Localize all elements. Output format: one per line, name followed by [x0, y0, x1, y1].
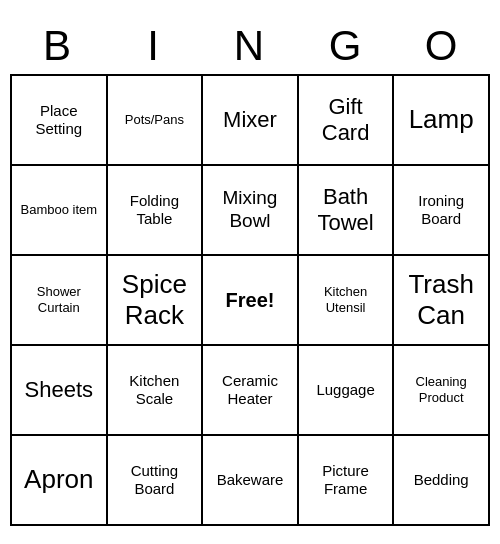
bingo-header: B I N G O [10, 18, 490, 74]
cell-r4-c1: Cutting Board [108, 436, 204, 526]
cell-r3-c4: Cleaning Product [394, 346, 490, 436]
cell-r0-c2: Mixer [203, 76, 299, 166]
header-b: B [10, 18, 106, 74]
cell-r1-c2: Mixing Bowl [203, 166, 299, 256]
cell-r1-c1: Folding Table [108, 166, 204, 256]
cell-r1-c4: Ironing Board [394, 166, 490, 256]
header-i: I [106, 18, 202, 74]
cell-r4-c2: Bakeware [203, 436, 299, 526]
cell-r1-c0: Bamboo item [12, 166, 108, 256]
cell-r0-c3: Gift Card [299, 76, 395, 166]
cell-r3-c2: Ceramic Heater [203, 346, 299, 436]
header-o: O [394, 18, 490, 74]
header-n: N [202, 18, 298, 74]
cell-r0-c4: Lamp [394, 76, 490, 166]
cell-r4-c0: Apron [12, 436, 108, 526]
cell-r0-c0: Place Setting [12, 76, 108, 166]
cell-r4-c4: Bedding [394, 436, 490, 526]
cell-r2-c1: Spice Rack [108, 256, 204, 346]
cell-r2-c2: Free! [203, 256, 299, 346]
cell-r3-c3: Luggage [299, 346, 395, 436]
bingo-grid: Place SettingPots/PansMixerGift CardLamp… [10, 74, 490, 526]
cell-r1-c3: Bath Towel [299, 166, 395, 256]
cell-r2-c0: Shower Curtain [12, 256, 108, 346]
header-g: G [298, 18, 394, 74]
cell-r4-c3: Picture Frame [299, 436, 395, 526]
cell-r2-c3: Kitchen Utensil [299, 256, 395, 346]
bingo-card: B I N G O Place SettingPots/PansMixerGif… [10, 18, 490, 526]
cell-r3-c0: Sheets [12, 346, 108, 436]
cell-r0-c1: Pots/Pans [108, 76, 204, 166]
cell-r3-c1: Kitchen Scale [108, 346, 204, 436]
cell-r2-c4: Trash Can [394, 256, 490, 346]
